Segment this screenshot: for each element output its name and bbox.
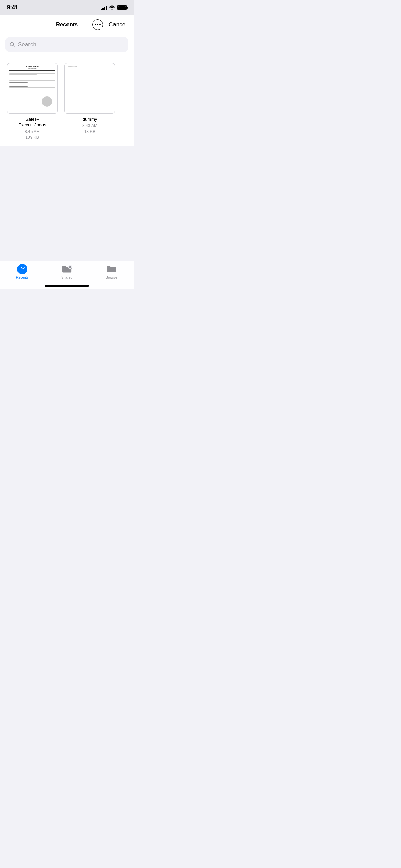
home-indicator bbox=[45, 285, 89, 287]
files-grid: JOHN A. SMITH Sales Executive bbox=[0, 58, 134, 146]
tab-recents[interactable]: Recents bbox=[9, 264, 36, 279]
cancel-button[interactable]: Cancel bbox=[109, 21, 127, 28]
status-icons bbox=[101, 5, 127, 10]
recents-icon bbox=[17, 264, 27, 274]
file-thumbnail-resume: JOHN A. SMITH Sales Executive bbox=[7, 63, 58, 114]
file-item-resume[interactable]: JOHN A. SMITH Sales Executive bbox=[7, 63, 58, 140]
nav-actions: Cancel bbox=[92, 19, 127, 30]
search-container: Search bbox=[0, 34, 134, 58]
main-content: Recents Cancel Search bbox=[0, 15, 134, 146]
file-meta-resume: 8:45 AM109 KB bbox=[25, 129, 40, 141]
tab-browse[interactable]: Browse bbox=[98, 264, 125, 279]
tab-label-shared: Shared bbox=[61, 276, 72, 279]
nav-bar: Recents Cancel bbox=[0, 15, 134, 34]
tab-label-recents: Recents bbox=[16, 276, 29, 279]
status-bar: 9:41 bbox=[0, 0, 134, 15]
file-name-resume: Sales–Execu...Jonas bbox=[18, 117, 46, 128]
shared-icon bbox=[62, 264, 72, 274]
tab-shared[interactable]: Shared bbox=[53, 264, 81, 279]
wifi-icon bbox=[109, 5, 115, 10]
file-name-dummy: dummy bbox=[83, 117, 97, 122]
search-placeholder: Search bbox=[18, 41, 36, 48]
more-button[interactable] bbox=[92, 19, 103, 30]
search-bar[interactable]: Search bbox=[5, 37, 128, 52]
browse-icon bbox=[106, 264, 117, 274]
resume-stamp bbox=[42, 96, 52, 107]
nav-title: Recents bbox=[56, 21, 78, 28]
svg-line-1 bbox=[13, 46, 15, 47]
tab-label-browse: Browse bbox=[106, 276, 117, 279]
search-icon bbox=[10, 42, 15, 47]
signal-icon bbox=[101, 5, 107, 10]
file-thumbnail-dummy: Dummy PDF file bbox=[64, 63, 115, 114]
file-meta-dummy: 8:43 AM13 KB bbox=[82, 123, 97, 135]
battery-icon bbox=[117, 5, 127, 10]
file-item-dummy[interactable]: Dummy PDF file dummy 8:43 AM13 KB bbox=[64, 63, 115, 140]
status-time: 9:41 bbox=[7, 4, 18, 11]
more-dots-icon bbox=[95, 24, 101, 25]
